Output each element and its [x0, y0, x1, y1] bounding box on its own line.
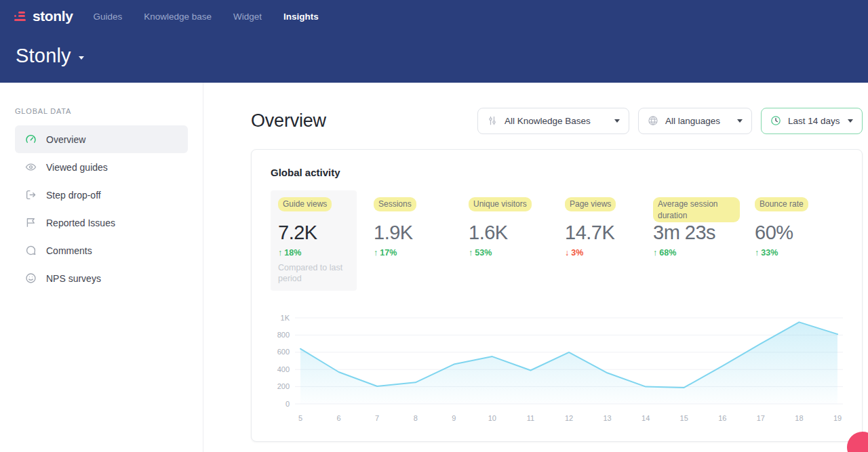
metric-label-highlight: Unique visitors: [469, 197, 532, 211]
filter-label: All Knowledge Bases: [505, 116, 591, 126]
card-title: Global activity: [271, 167, 843, 178]
sidebar-item-label: Viewed guides: [46, 162, 108, 173]
svg-text:1K: 1K: [281, 314, 290, 322]
area-chart-svg: 1K80060040020005678910111213141516171819: [271, 297, 844, 428]
arrow-up-icon: ↑: [374, 248, 378, 258]
clock-icon: [770, 115, 781, 126]
sidebar-item-comments[interactable]: Comments: [15, 237, 188, 264]
arrow-up-icon: ↑: [278, 248, 282, 258]
sidebar-nav: OverviewViewed guidesStep drop-offReport…: [0, 125, 203, 292]
comment-icon: [25, 245, 37, 256]
svg-text:600: 600: [277, 348, 290, 356]
metric-value: 60%: [755, 222, 828, 243]
metric-delta: ↑68%: [653, 248, 740, 258]
metric-label-highlight: Average session duration: [653, 197, 740, 222]
stonly-logo-icon: [14, 12, 28, 22]
step-dropoff-icon: [25, 189, 37, 201]
metric-delta: ↑53%: [469, 248, 550, 258]
svg-text:9: 9: [452, 414, 456, 422]
sidebar-item-reported-issues[interactable]: Reported Issues: [15, 209, 188, 237]
metric-page-views[interactable]: Page views14.7K↓3%: [557, 190, 646, 291]
metric-value: 7.2K: [278, 222, 349, 243]
metric-delta: ↑17%: [374, 248, 454, 258]
nav-item-widget[interactable]: Widget: [233, 12, 262, 22]
metric-sessions[interactable]: Sessions1.9K↑17%: [366, 190, 461, 291]
stonly-logo[interactable]: stonly: [14, 8, 73, 24]
sidebar-item-label: Step drop-off: [46, 190, 101, 201]
metric-delta-value: 68%: [659, 248, 676, 258]
svg-text:10: 10: [488, 414, 496, 422]
svg-text:14: 14: [642, 414, 650, 422]
svg-text:800: 800: [277, 331, 290, 339]
svg-text:19: 19: [833, 414, 842, 422]
metric-label-highlight: Sessions: [374, 197, 416, 211]
caret-down-icon: [848, 119, 853, 123]
sidebar-item-label: Overview: [46, 134, 85, 145]
nav-item-insights[interactable]: Insights: [283, 12, 319, 22]
metric-value: 14.7K: [565, 222, 638, 243]
svg-text:5: 5: [298, 414, 302, 422]
filter-all-languages[interactable]: All languages: [638, 108, 752, 134]
arrow-up-icon: ↑: [469, 248, 473, 258]
svg-text:13: 13: [603, 414, 611, 422]
filter-all-knowledge-bases[interactable]: All Knowledge Bases: [477, 108, 629, 134]
arrow-up-icon: ↑: [653, 248, 657, 258]
filters: All Knowledge BasesAll languagesLast 14 …: [477, 108, 863, 134]
metric-guide-views[interactable]: Guide views7.2K↑18%Compared to last peri…: [271, 190, 357, 291]
metric-unique-visitors[interactable]: Unique visitors1.6K↑53%: [461, 190, 557, 291]
filter-label: All languages: [665, 116, 720, 126]
metric-bounce-rate[interactable]: Bounce rate60%↑33%: [747, 190, 835, 291]
metric-value: 3m 23s: [653, 222, 740, 243]
workspace-selector[interactable]: Stonly: [0, 28, 84, 67]
metric-delta: ↑18%: [278, 248, 349, 258]
sidebar-item-label: NPS surveys: [46, 273, 101, 284]
eye-icon: [25, 161, 37, 173]
gauge-icon: [25, 133, 37, 145]
metric-average-session-duration[interactable]: Average session duration3m 23s↑68%: [646, 190, 747, 291]
metric-delta-value: 53%: [475, 248, 492, 258]
nav-item-guides[interactable]: Guides: [93, 12, 122, 22]
metric-delta-value: 17%: [380, 248, 397, 258]
metric-note: Compared to last period: [278, 262, 347, 284]
sidebar: GLOBAL DATA OverviewViewed guidesStep dr…: [0, 83, 203, 452]
svg-text:8: 8: [414, 414, 418, 422]
svg-text:18: 18: [795, 414, 803, 422]
caret-down-icon: [79, 56, 84, 60]
sidebar-item-viewed-guides[interactable]: Viewed guides: [15, 153, 188, 181]
filter-last-14-days[interactable]: Last 14 days: [761, 108, 863, 134]
metric-value: 1.6K: [469, 222, 550, 243]
arrow-down-icon: ↓: [565, 248, 569, 258]
sidebar-item-label: Reported Issues: [46, 218, 115, 228]
top-nav: GuidesKnowledge baseWidgetInsights: [93, 12, 318, 22]
sidebar-section-label: GLOBAL DATA: [15, 107, 188, 115]
svg-text:6: 6: [337, 414, 341, 422]
metric-delta-value: 18%: [284, 248, 301, 258]
svg-text:200: 200: [277, 382, 290, 390]
svg-text:16: 16: [718, 414, 726, 422]
main-content: Overview All Knowledge BasesAll language…: [203, 83, 868, 452]
global-activity-chart: 1K80060040020005678910111213141516171819: [271, 297, 843, 428]
workspace-name: Stonly: [16, 45, 71, 67]
sidebar-item-nps-surveys[interactable]: NPS surveys: [15, 264, 188, 292]
metric-delta: ↑33%: [755, 248, 828, 258]
svg-text:400: 400: [277, 365, 290, 373]
metric-label-highlight: Bounce rate: [755, 197, 808, 211]
filter-label: Last 14 days: [788, 116, 840, 126]
smiley-icon: [25, 272, 37, 284]
page-title: Overview: [251, 110, 326, 131]
metric-delta: ↓3%: [565, 248, 638, 258]
metrics-row: Guide views7.2K↑18%Compared to last peri…: [271, 190, 843, 291]
arrow-up-icon: ↑: [755, 248, 759, 258]
metric-delta-value: 33%: [761, 248, 778, 258]
app-header: stonly GuidesKnowledge baseWidgetInsight…: [0, 0, 868, 83]
sidebar-item-overview[interactable]: Overview: [15, 125, 188, 153]
stonly-logo-text: stonly: [33, 8, 73, 24]
flag-icon: [25, 217, 37, 228]
sidebar-item-step-drop-off[interactable]: Step drop-off: [15, 181, 188, 209]
svg-text:12: 12: [565, 414, 573, 422]
nav-item-knowledge-base[interactable]: Knowledge base: [144, 12, 212, 22]
sidebar-item-label: Comments: [46, 245, 92, 256]
global-activity-card: Global activity Guide views7.2K↑18%Compa…: [251, 149, 863, 442]
svg-text:11: 11: [527, 414, 534, 422]
metric-label-highlight: Guide views: [278, 197, 332, 211]
